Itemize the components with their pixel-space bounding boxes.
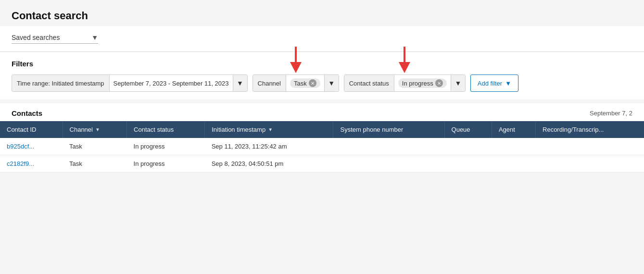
cell-system-phone-number xyxy=(333,155,444,173)
cell-queue xyxy=(444,155,492,173)
time-range-value: September 7, 2023 - September 11, 2023 xyxy=(110,75,233,91)
chevron-down-icon: ▼ xyxy=(505,80,511,87)
th-system-phone-number: System phone number xyxy=(333,121,444,138)
th-contact-status-label: Contact status xyxy=(134,126,174,133)
cell-contact-status: In progress xyxy=(127,155,205,173)
page-title: Contact search xyxy=(12,10,632,22)
cell-agent xyxy=(492,155,535,173)
cell-initiation-timestamp: Sep 8, 2023, 04:50:51 pm xyxy=(205,155,333,173)
time-range-filter[interactable]: Time range: Initiated timestamp Septembe… xyxy=(12,75,248,92)
th-channel[interactable]: Channel ▼ xyxy=(63,121,127,138)
th-channel-label: Channel xyxy=(70,126,93,133)
cell-contact-status: In progress xyxy=(127,138,205,155)
cell-initiation-timestamp: Sep 11, 2023, 11:25:42 am xyxy=(205,138,333,155)
cell-recording-transcript xyxy=(536,155,644,173)
th-contact-id-label: Contact ID xyxy=(7,126,36,133)
table-row[interactable]: b925dcf... Task In progress Sep 11, 2023… xyxy=(0,138,644,155)
channel-chip-remove[interactable]: ✕ xyxy=(309,79,316,87)
th-contact-status: Contact status xyxy=(127,121,205,138)
th-system-phone-number-label: System phone number xyxy=(340,126,403,133)
contact-status-label: Contact status xyxy=(344,75,394,91)
contacts-date: September 7, 2 xyxy=(590,110,632,117)
th-agent-label: Agent xyxy=(499,126,515,133)
table-row[interactable]: c2182f9... Task In progress Sep 8, 2023,… xyxy=(0,155,644,173)
chevron-down-icon: ▼ xyxy=(328,79,335,87)
channel-chip-text: Task xyxy=(294,80,307,87)
saved-searches-section: Saved searches ▼ xyxy=(0,26,644,52)
contacts-table: Contact ID Channel ▼ Contact status xyxy=(0,121,644,173)
cell-agent xyxy=(492,138,535,155)
contact-status-filter-wrapper: Contact status In progress ✕ ▼ xyxy=(344,75,466,92)
contacts-section-label: Contacts xyxy=(12,109,42,117)
th-contact-id: Contact ID xyxy=(0,121,63,138)
channel-dropdown-btn[interactable]: ▼ xyxy=(324,75,339,91)
cell-channel: Task xyxy=(63,155,127,173)
chevron-down-icon: ▼ xyxy=(237,79,243,87)
filters-section: Filters Time range: Initiated timestamp … xyxy=(0,52,644,100)
filters-label: Filters xyxy=(12,60,632,68)
th-queue: Queue xyxy=(444,121,492,138)
contact-id-link[interactable]: c2182f9... xyxy=(7,160,34,167)
saved-searches-label: Saved searches xyxy=(12,34,60,41)
channel-value-part: Task ✕ xyxy=(286,75,324,91)
filters-row: Time range: Initiated timestamp Septembe… xyxy=(12,75,632,92)
contacts-header: Contacts September 7, 2 xyxy=(0,103,644,121)
contact-status-chip-remove[interactable]: ✕ xyxy=(435,79,443,87)
channel-sort-icon: ▼ xyxy=(95,127,100,132)
cell-channel: Task xyxy=(63,138,127,155)
add-filter-button[interactable]: Add filter ▼ xyxy=(470,75,518,92)
contact-status-filter[interactable]: Contact status In progress ✕ ▼ xyxy=(344,75,466,92)
channel-chip: Task ✕ xyxy=(290,78,320,88)
cell-queue xyxy=(444,138,492,155)
table-header-row: Contact ID Channel ▼ Contact status xyxy=(0,121,644,138)
contact-status-value-part: In progress ✕ xyxy=(394,75,451,91)
contacts-section: Contacts September 7, 2 Contact ID Chann… xyxy=(0,103,644,173)
contact-status-chip: In progress ✕ xyxy=(398,78,447,88)
th-recording-transcript: Recording/Transcrip... xyxy=(536,121,644,138)
contact-status-chip-text: In progress xyxy=(402,80,433,87)
th-agent: Agent xyxy=(492,121,535,138)
page-title-section: Contact search xyxy=(0,0,644,26)
contact-status-dropdown-btn[interactable]: ▼ xyxy=(451,75,465,91)
cell-recording-transcript xyxy=(536,138,644,155)
th-initiation-timestamp-label: Initiation timestamp xyxy=(212,126,265,133)
channel-filter[interactable]: Channel Task ✕ ▼ xyxy=(253,75,339,92)
initiation-sort-icon: ▼ xyxy=(268,127,273,132)
channel-filter-wrapper: Channel Task ✕ ▼ xyxy=(253,75,339,92)
cell-contact-id[interactable]: c2182f9... xyxy=(0,155,63,173)
time-range-dropdown-btn[interactable]: ▼ xyxy=(233,75,247,91)
saved-searches-dropdown[interactable]: Saved searches ▼ xyxy=(12,34,98,44)
cell-system-phone-number xyxy=(333,138,444,155)
cell-contact-id[interactable]: b925dcf... xyxy=(0,138,63,155)
time-range-label: Time range: Initiated timestamp xyxy=(12,75,110,91)
channel-label: Channel xyxy=(253,75,286,91)
chevron-down-icon: ▼ xyxy=(455,79,461,87)
th-queue-label: Queue xyxy=(452,126,470,133)
saved-searches-chevron: ▼ xyxy=(91,34,98,41)
contact-id-link[interactable]: b925dcf... xyxy=(7,143,34,150)
add-filter-label: Add filter xyxy=(478,80,502,87)
th-recording-transcript-label: Recording/Transcrip... xyxy=(543,126,604,133)
th-initiation-timestamp[interactable]: Initiation timestamp ▼ xyxy=(205,121,333,138)
page-container: Contact search Saved searches ▼ Filters … xyxy=(0,0,644,274)
